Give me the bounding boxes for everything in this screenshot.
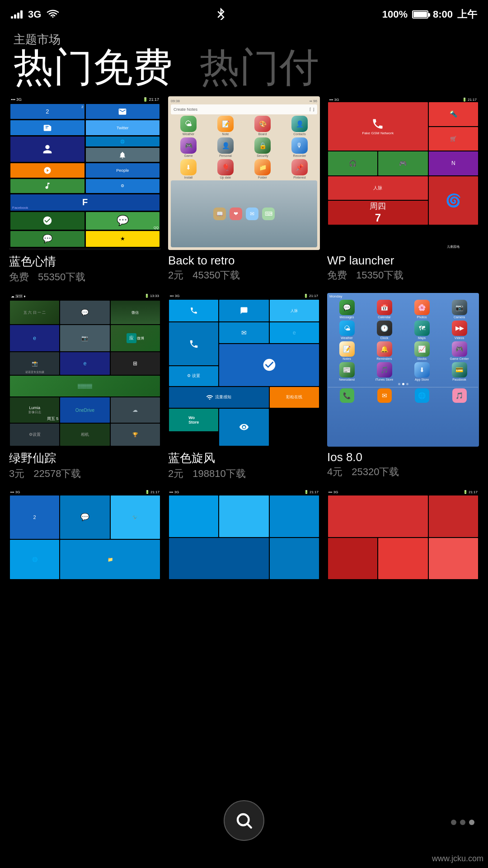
themes-section: ▪▪▪ 3G🔋 21:17 2 2 Twitter [0, 87, 488, 580]
theme-name-blue: 蓝色心情 [9, 254, 161, 269]
theme-row-3: ▪▪▪ 3G🔋 21:17 2 💬 🐦 🌐 📁 ▪▪▪ 3G🔋 21:1 [9, 490, 479, 580]
wifi-icon [47, 9, 59, 19]
header-title-row: 热门免费 热门付 [14, 47, 474, 87]
theme-card-retro[interactable]: 09:38▪▪ 96 Create Notes⌈ ⌋ 🌤 Weather 📝 N… [168, 96, 320, 284]
search-fab[interactable] [224, 800, 264, 841]
theme-downloads-ios: 25320下载 [352, 465, 399, 479]
theme-info-wp: WP launcher 免费 15350下载 [327, 254, 479, 282]
ampm: 上午 [457, 8, 477, 21]
theme-preview-partial-3: ▪▪▪ 3G🔋 21:17 [327, 490, 479, 580]
theme-preview-bluewind: ▪▪▪ 3G🔋 21:17 人脉 ✉ [168, 293, 320, 447]
theme-name-wp: WP launcher [327, 254, 479, 268]
theme-downloads-wp: 15350下载 [356, 269, 404, 282]
theme-downloads-green: 22578下载 [33, 467, 81, 481]
theme-preview-wp: ▪▪▪ 3G🔋 21:17 Fake GSM Network 🔦 🛒 [327, 96, 479, 250]
theme-row-1: ▪▪▪ 3G🔋 21:17 2 2 Twitter [9, 96, 479, 284]
theme-price-wp: 免费 [327, 269, 347, 282]
theme-card-partial-1[interactable]: ▪▪▪ 3G🔋 21:17 2 💬 🐦 🌐 📁 [9, 490, 161, 580]
theme-info-bluewind: 蓝色旋风 2元 198810下载 [168, 450, 320, 481]
page-dots [451, 820, 474, 825]
theme-price-ios: 4元 [327, 465, 343, 479]
bluetooth-icon [216, 7, 225, 22]
status-bar: 3G 100% 8:00 上午 [0, 0, 488, 27]
svg-point-0 [243, 426, 245, 429]
theme-preview-partial-1: ▪▪▪ 3G🔋 21:17 2 💬 🐦 🌐 📁 [9, 490, 161, 580]
status-right: 100% 8:00 上午 [382, 8, 477, 21]
theme-meta-retro: 2元 45350下载 [168, 269, 320, 282]
theme-card-partial-2[interactable]: ▪▪▪ 3G🔋 21:17 [168, 490, 320, 580]
theme-info-ios: Ios 8.0 4元 25320下载 [327, 450, 479, 479]
header: 主题市场 热门免费 热门付 [0, 27, 488, 87]
watermark: www.jcku.com [432, 854, 483, 863]
battery-percent: 100% [382, 9, 408, 20]
theme-meta-bluewind: 2元 198810下载 [168, 467, 320, 481]
theme-meta-blue: 免费 55350下载 [9, 270, 161, 284]
theme-info-retro: Back to retro 2元 45350下载 [168, 254, 320, 282]
theme-price-green: 3元 [9, 467, 24, 481]
theme-name-ios: Ios 8.0 [327, 450, 479, 464]
search-icon [235, 811, 253, 830]
theme-meta-wp: 免费 15350下载 [327, 269, 479, 282]
theme-downloads-bluewind: 198810下载 [192, 467, 245, 481]
network-type: 3G [28, 9, 41, 20]
theme-info-green: 绿野仙踪 3元 22578下载 [9, 450, 161, 481]
theme-card-wp[interactable]: ▪▪▪ 3G🔋 21:17 Fake GSM Network 🔦 🛒 [327, 96, 479, 284]
theme-row-2: ☁ 深圳 ♦🔋 13:33 五 六 日 一 二 💬 微信 e 📷 应 微博 [9, 293, 479, 481]
theme-name-bluewind: 蓝色旋风 [168, 450, 320, 466]
theme-info-blue: 蓝色心情 免费 55350下载 [9, 254, 161, 284]
battery-icon [412, 10, 428, 19]
theme-name-green: 绿野仙踪 [9, 450, 161, 466]
theme-preview-blue: ▪▪▪ 3G🔋 21:17 2 2 Twitter [9, 96, 161, 250]
theme-card-bluewind[interactable]: ▪▪▪ 3G🔋 21:17 人脉 ✉ [168, 293, 320, 481]
theme-preview-ios: Monday 💬 Messages 📅 Calendar [327, 293, 479, 447]
theme-price-bluewind: 2元 [168, 467, 183, 481]
signal-bars-icon [11, 10, 23, 19]
theme-card-ios[interactable]: Monday 💬 Messages 📅 Calendar [327, 293, 479, 481]
svg-line-2 [248, 824, 251, 828]
theme-card-partial-3[interactable]: ▪▪▪ 3G🔋 21:17 [327, 490, 479, 580]
theme-preview-partial-2: ▪▪▪ 3G🔋 21:17 [168, 490, 320, 580]
theme-card-green[interactable]: ☁ 深圳 ♦🔋 13:33 五 六 日 一 二 💬 微信 e 📷 应 微博 [9, 293, 161, 481]
clock: 8:00 [433, 9, 453, 20]
theme-name-retro: Back to retro [168, 254, 320, 268]
tab-inactive[interactable]: 热门付 [200, 47, 319, 87]
theme-meta-green: 3元 22578下载 [9, 467, 161, 481]
tab-active[interactable]: 热门免费 [14, 47, 173, 87]
theme-preview-retro: 09:38▪▪ 96 Create Notes⌈ ⌋ 🌤 Weather 📝 N… [168, 96, 320, 250]
theme-meta-ios: 4元 25320下载 [327, 465, 479, 479]
theme-downloads-blue: 55350下载 [38, 270, 85, 284]
theme-preview-green: ☁ 深圳 ♦🔋 13:33 五 六 日 一 二 💬 微信 e 📷 应 微博 [9, 293, 161, 447]
theme-price-blue: 免费 [9, 270, 29, 284]
theme-price-retro: 2元 [168, 269, 183, 282]
theme-downloads-retro: 45350下载 [192, 269, 240, 282]
status-left: 3G [11, 9, 59, 20]
theme-card-blue[interactable]: ▪▪▪ 3G🔋 21:17 2 2 Twitter [9, 96, 161, 284]
